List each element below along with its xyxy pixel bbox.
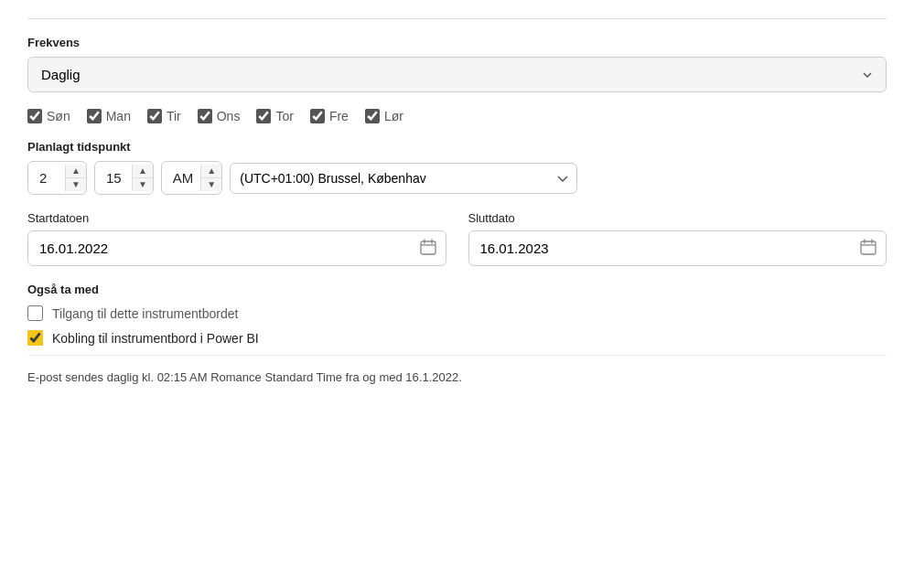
footer-text: E-post sendes daglig kl. 02:15 AM Romanc… bbox=[27, 355, 887, 384]
day-item-ons: Ons bbox=[198, 109, 241, 123]
startdate-group: Startdatoen bbox=[27, 211, 446, 266]
option1-row: Tilgang til dette instrumentbordet bbox=[27, 305, 887, 321]
day-checkbox-man[interactable] bbox=[87, 109, 102, 123]
day-item-fre: Fre bbox=[310, 109, 349, 123]
hour-value: 2 bbox=[28, 162, 65, 194]
minute-up-button[interactable]: ▲ bbox=[133, 165, 153, 178]
minute-stepper[interactable]: 15 ▲ ▼ bbox=[94, 161, 154, 195]
day-checkbox-ons[interactable] bbox=[198, 109, 212, 123]
also-section: Også ta med Tilgang til dette instrument… bbox=[27, 283, 887, 346]
option2-checkbox[interactable] bbox=[27, 330, 43, 346]
days-row: SønManTirOnsTorFreLør bbox=[27, 109, 887, 123]
startdate-calendar-icon[interactable] bbox=[411, 231, 446, 265]
planlagt-label: Planlagt tidspunkt bbox=[27, 140, 887, 154]
day-label-man: Man bbox=[106, 109, 131, 123]
option2-row: Kobling til instrumentbord i Power BI bbox=[27, 330, 887, 346]
day-item-søn: Søn bbox=[27, 109, 70, 123]
date-row: Startdatoen Sluttdato bbox=[27, 211, 887, 266]
svg-rect-4 bbox=[861, 241, 876, 254]
day-label-lør: Lør bbox=[384, 109, 403, 123]
option2-label: Kobling til instrumentbord i Power BI bbox=[52, 331, 259, 346]
time-row: 2 ▲ ▼ 15 ▲ ▼ AM ▲ ▼ bbox=[27, 161, 887, 195]
startdate-input[interactable] bbox=[28, 231, 411, 265]
enddate-wrapper bbox=[468, 230, 887, 266]
day-label-tir: Tir bbox=[167, 109, 181, 123]
day-checkbox-tir[interactable] bbox=[147, 109, 162, 123]
day-label-tor: Tor bbox=[275, 109, 293, 123]
hour-down-button[interactable]: ▼ bbox=[66, 178, 86, 191]
option1-label: Tilgang til dette instrumentbordet bbox=[52, 306, 238, 321]
day-item-man: Man bbox=[87, 109, 131, 123]
day-checkbox-fre[interactable] bbox=[310, 109, 325, 123]
hour-up-button[interactable]: ▲ bbox=[66, 165, 86, 178]
ampm-down-button[interactable]: ▼ bbox=[201, 178, 221, 191]
startdate-wrapper bbox=[27, 230, 446, 266]
day-label-fre: Fre bbox=[329, 109, 349, 123]
enddate-input[interactable] bbox=[469, 231, 852, 265]
ampm-value: AM bbox=[162, 162, 201, 194]
enddate-calendar-icon[interactable] bbox=[851, 231, 886, 265]
day-checkbox-lør[interactable] bbox=[365, 109, 380, 123]
day-item-tor: Tor bbox=[256, 109, 293, 123]
day-label-søn: Søn bbox=[47, 109, 70, 123]
day-item-tir: Tir bbox=[147, 109, 181, 123]
minute-down-button[interactable]: ▼ bbox=[133, 178, 153, 191]
hour-stepper[interactable]: 2 ▲ ▼ bbox=[27, 161, 87, 195]
day-item-lør: Lør bbox=[365, 109, 403, 123]
frekvens-select-wrapper: DagligUkentligMånedlig bbox=[27, 57, 887, 92]
startdate-label: Startdatoen bbox=[27, 211, 446, 225]
ampm-up-button[interactable]: ▲ bbox=[201, 165, 221, 178]
enddate-group: Sluttdato bbox=[468, 211, 887, 266]
day-checkbox-tor[interactable] bbox=[256, 109, 271, 123]
svg-rect-0 bbox=[421, 241, 435, 254]
frekvens-label: Frekvens bbox=[27, 36, 887, 49]
day-label-ons: Ons bbox=[217, 109, 241, 123]
timezone-select[interactable]: (UTC+01:00) Brussel, Københav(UTC+00:00)… bbox=[230, 163, 577, 194]
also-label: Også ta med bbox=[27, 283, 887, 296]
frekvens-select[interactable]: DagligUkentligMånedlig bbox=[27, 57, 887, 92]
day-checkbox-søn[interactable] bbox=[27, 109, 42, 123]
minute-value: 15 bbox=[95, 162, 132, 194]
enddate-label: Sluttdato bbox=[468, 211, 887, 225]
option1-checkbox[interactable] bbox=[27, 305, 43, 321]
ampm-stepper[interactable]: AM ▲ ▼ bbox=[161, 161, 222, 195]
